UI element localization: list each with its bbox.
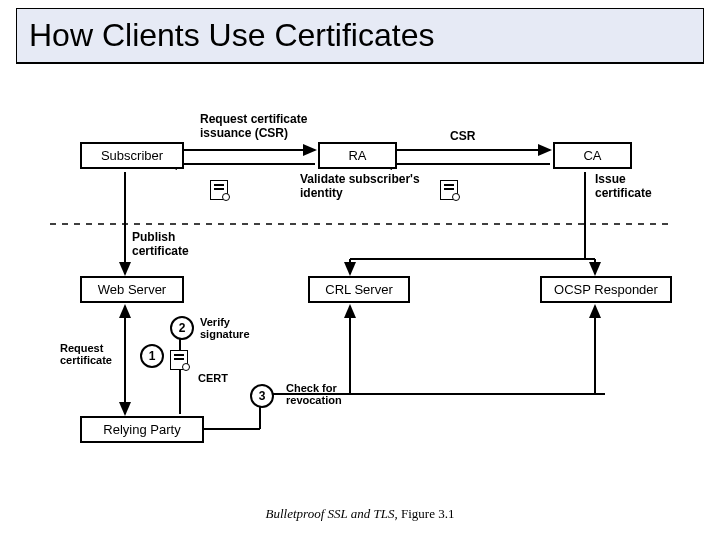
- box-ra: RA: [318, 142, 397, 169]
- step-1-circle: 1: [140, 344, 164, 368]
- footer-suffix: , Figure 3.1: [395, 506, 455, 521]
- page-title: How Clients Use Certificates: [16, 8, 704, 64]
- label-cert: CERT: [198, 372, 228, 384]
- step-2-circle: 2: [170, 316, 194, 340]
- certificate-icon: [440, 180, 460, 200]
- label-publish: Publish certificate: [132, 230, 189, 258]
- box-relying-party: Relying Party: [80, 416, 204, 443]
- label-request-cert: Request certificate: [60, 342, 112, 366]
- title-text: How Clients Use Certificates: [29, 17, 434, 53]
- box-subscriber: Subscriber: [80, 142, 184, 169]
- box-web-server: Web Server: [80, 276, 184, 303]
- certificate-icon: [210, 180, 230, 200]
- label-csr: CSR: [450, 129, 475, 143]
- diagram: Subscriber RA CA Web Server CRL Server O…: [50, 94, 670, 494]
- certificate-icon: [170, 350, 190, 370]
- label-check-revocation: Check for revocation: [286, 382, 342, 406]
- box-ocsp-responder: OCSP Responder: [540, 276, 672, 303]
- label-issue: Issue certificate: [595, 172, 652, 200]
- box-crl-server: CRL Server: [308, 276, 410, 303]
- footer-book: Bulletproof SSL and TLS: [266, 506, 395, 521]
- footer-citation: Bulletproof SSL and TLS, Figure 3.1: [0, 506, 720, 522]
- box-ca: CA: [553, 142, 632, 169]
- step-3-circle: 3: [250, 384, 274, 408]
- label-request-csr: Request certificate issuance (CSR): [200, 112, 307, 140]
- label-validate: Validate subscriber's identity: [300, 172, 420, 200]
- label-verify: Verify signature: [200, 316, 250, 340]
